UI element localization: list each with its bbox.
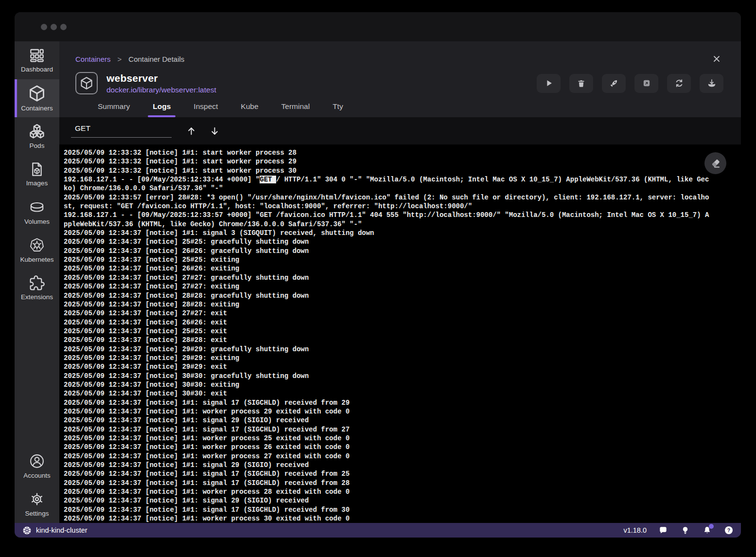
breadcrumb-separator: > [118,55,122,63]
log-terminal[interactable]: 2025/05/09 12:33:32 [notice] 1#1: start … [59,144,741,523]
log-line: 2025/05/09 12:34:37 [notice] 1#1: signal… [64,398,710,407]
tab-logs[interactable]: Logs [148,102,176,117]
find-next-button[interactable] [208,124,221,138]
log-line: 2025/05/09 12:34:37 [notice] 26#26: exit… [64,264,710,273]
close-icon [711,54,722,64]
log-line: 2025/05/09 12:34:37 [notice] 30#30: exit… [64,380,710,389]
tasks-button[interactable] [680,525,690,536]
tab-inspect[interactable]: Inspect [189,102,223,117]
sidebar-item-label: Containers [21,105,53,112]
delete-button[interactable] [569,74,593,93]
log-line: 2025/05/09 12:34:37 [notice] 29#29: grac… [64,345,710,354]
log-line: 2025/05/09 12:34:37 [notice] 26#26: exit [64,318,710,327]
app-version: v1.18.0 [623,526,647,534]
status-bar: kind-kind-cluster v1.18.0 [15,523,741,538]
sidebar-item-label: Images [26,180,48,187]
log-line: 192.168.127.1 - - [09/May/2025:12:33:44 … [64,175,710,193]
log-line: 2025/05/09 12:34:37 [notice] 1#1: signal… [64,416,710,425]
window-titlebar [15,12,741,41]
window-maximize-dot[interactable] [60,24,67,30]
kubernetes-icon [29,237,45,253]
arrow-down-icon [210,126,220,136]
sidebar-item-accounts[interactable]: Accounts [15,447,59,485]
tab-summary[interactable]: Summary [93,102,135,117]
restart-button[interactable] [667,74,691,93]
log-line: 2025/05/09 12:34:37 [notice] 1#1: worker… [64,452,710,461]
svg-text:?: ? [727,528,730,533]
settings-icon [29,491,45,507]
sidebar-item-settings[interactable]: Settings [15,485,59,523]
log-line: 2025/05/09 12:34:37 [notice] 30#30: grac… [64,372,710,380]
sidebar-item-label: Volumes [24,218,50,225]
status-bar-right: v1.18.0 [623,525,734,536]
kube-context-item[interactable]: kind-kind-cluster [22,526,88,535]
sidebar-item-extensions[interactable]: Extensions [15,269,59,307]
log-line: 2025/05/09 12:34:37 [notice] 27#27: grac… [64,273,710,282]
log-content: 2025/05/09 12:33:32 [notice] 1#1: start … [64,148,710,523]
log-line: 2025/05/09 12:34:37 [notice] 1#1: worker… [64,407,710,416]
sidebar-item-containers[interactable]: Containers [15,79,59,117]
breadcrumb-containers-link[interactable]: Containers [75,55,111,63]
volumes-icon [29,199,45,216]
dashboard-icon [29,48,45,63]
sidebar-spacer [15,307,59,447]
start-button[interactable] [537,74,561,93]
sidebar-item-label: Settings [25,510,49,517]
help-icon: ? [724,525,734,535]
sidebar-item-dashboard[interactable]: Dashboard [15,41,59,79]
open-browser-button[interactable] [634,74,658,93]
log-line: 2025/05/09 12:34:37 [notice] 25#25: grac… [64,237,710,246]
accounts-icon [29,453,45,469]
sidebar-item-label: Kubernetes [20,256,53,263]
sidebar-item-label: Dashboard [21,66,53,73]
log-line: 2025/05/09 12:34:37 [notice] 1#1: signal… [64,496,710,505]
log-line: 2025/05/09 12:33:32 [notice] 1#1: start … [64,157,710,166]
log-search-bar [59,117,741,144]
tab-terminal[interactable]: Terminal [277,102,315,117]
lightbulb-icon [681,526,690,535]
log-search-input[interactable] [71,124,172,138]
deploy-kube-button[interactable] [602,74,626,93]
log-line: 2025/05/09 12:34:37 [notice] 1#1: worker… [64,443,710,451]
sidebar-item-label: Accounts [23,472,51,479]
close-details-button[interactable] [710,52,723,66]
arrow-up-icon [186,126,196,136]
window-close-dot[interactable] [41,24,47,30]
export-button[interactable] [700,74,723,93]
find-previous-button[interactable] [184,124,198,138]
tab-tty[interactable]: Tty [328,102,348,117]
clear-logs-button[interactable] [704,152,726,174]
pods-icon [29,123,45,140]
chat-bubble-icon [658,525,668,535]
container-title-row: webserver docker.io/library/webserver:la… [75,72,723,94]
log-line: 2025/05/09 12:34:37 [notice] 29#29: exit [64,362,710,371]
notifications-button[interactable] [702,525,712,536]
container-image-link[interactable]: docker.io/library/webserver:latest [106,86,216,94]
eraser-icon [710,158,721,169]
log-line: 2025/05/09 12:34:37 [notice] 1#1: worker… [64,434,710,443]
sidebar-item-pods[interactable]: Pods [15,117,59,155]
sidebar-item-images[interactable]: Images [15,155,59,193]
search-match-highlight: GET [260,176,276,183]
help-button[interactable]: ? [723,525,734,536]
feedback-button[interactable] [658,525,668,536]
log-line: 2025/05/09 12:34:37 [notice] 26#26: grac… [64,247,710,255]
breadcrumb-current: Container Details [128,55,184,63]
restart-icon [674,78,684,88]
sidebar-item-label: Extensions [21,293,53,301]
log-line: 2025/05/09 12:33:32 [notice] 1#1: start … [64,148,710,157]
container-cube-icon [75,72,98,94]
kubernetes-wheel-icon [22,526,32,535]
extensions-icon [29,275,45,291]
sidebar-item-kubernetes[interactable]: Kubernetes [15,231,59,269]
main-content: Containers > Container Details webserver [59,41,741,523]
notification-badge [709,524,714,529]
log-line: 2025/05/09 12:34:37 [notice] 29#29: exit… [64,354,710,362]
sidebar-item-volumes[interactable]: Volumes [15,193,59,231]
window-minimize-dot[interactable] [51,24,57,30]
kube-context-label: kind-kind-cluster [36,526,88,534]
tab-kube[interactable]: Kube [236,102,263,117]
container-name: webserver [106,72,216,84]
open-external-icon [642,79,651,88]
log-line: 2025/05/09 12:34:37 [notice] 1#1: signal… [64,229,710,237]
